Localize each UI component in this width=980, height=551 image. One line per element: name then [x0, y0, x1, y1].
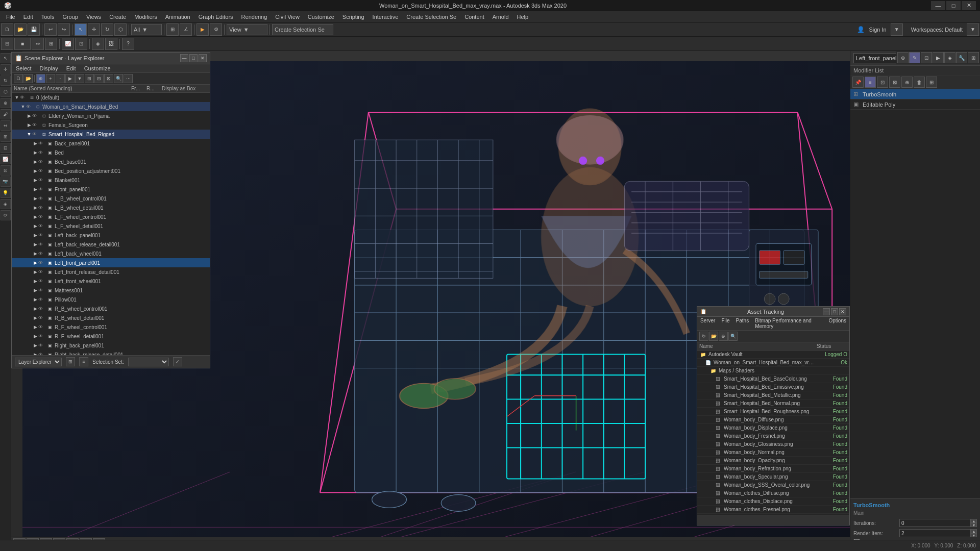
- at-menu-paths[interactable]: Paths: [733, 317, 752, 330]
- menu-item-edit[interactable]: Edit: [19, 11, 37, 22]
- visibility-icon[interactable]: 👁: [38, 205, 45, 210]
- at-list-item[interactable]: 🖼 Woman_body_SSS_Overal_color.png Found: [697, 481, 849, 489]
- at-list-item[interactable]: 🖼 Woman_body_Glossiness.png Found: [697, 440, 849, 448]
- menu-item-customize[interactable]: Customize: [304, 11, 338, 22]
- tree-expand-btn[interactable]: ▶: [32, 343, 38, 348]
- visibility-icon[interactable]: 👁: [38, 297, 45, 302]
- tree-item[interactable]: ▶👁⊡Female_Surgeon: [12, 120, 210, 130]
- tree-expand-btn[interactable]: ▶: [26, 113, 32, 118]
- se-list-btn[interactable]: ≡: [79, 357, 88, 366]
- tree-expand-btn[interactable]: ▶: [32, 223, 38, 229]
- tree-item[interactable]: ▶👁▣Right_back_release_detail001: [12, 350, 210, 355]
- tree-item[interactable]: ▶👁⊡Elderly_Woman_in_Pijama: [12, 111, 210, 120]
- se-add-layer[interactable]: +: [46, 74, 55, 83]
- tree-item[interactable]: ▶👁▣R_F_wheel_control001: [12, 322, 210, 332]
- tree-item[interactable]: ▶👁▣Mattress001: [12, 286, 210, 295]
- view-dropdown[interactable]: View ▼: [227, 24, 267, 35]
- tree-expand-btn[interactable]: ▶: [32, 141, 38, 146]
- minimize-button[interactable]: —: [931, 1, 945, 10]
- se-menu-display[interactable]: Display: [36, 64, 62, 72]
- visibility-icon[interactable]: 👁: [38, 251, 45, 256]
- tree-item[interactable]: ▶👁▣L_B_wheel_detail001: [12, 203, 210, 212]
- tree-item[interactable]: ▶👁▣Left_back_panel001: [12, 231, 210, 240]
- tree-expand-btn[interactable]: ▶: [32, 269, 38, 274]
- tree-item[interactable]: ▶👁▣Back_panel001: [12, 139, 210, 148]
- tree-expand-btn[interactable]: ▶: [32, 159, 38, 164]
- at-menu-bitmap-performance-and-memory[interactable]: Bitmap Performance and Memory: [752, 317, 825, 330]
- menu-item-graph-editors[interactable]: Graph Editors: [194, 11, 237, 22]
- at-list-item[interactable]: 🖼 Smart_Hospital_Bed_Emissive.png Found: [697, 383, 849, 391]
- visibility-icon[interactable]: 👁: [38, 260, 45, 265]
- render-button[interactable]: ▶: [197, 23, 209, 36]
- at-list-item[interactable]: 🖼 Woman_body_Diffuse.png Found: [697, 416, 849, 424]
- tree-item[interactable]: ▶👁▣Bed: [12, 148, 210, 157]
- rp-show-result-btn[interactable]: ⊡: [877, 77, 888, 88]
- snap-button[interactable]: ⊞: [166, 23, 179, 36]
- tree-expand-btn[interactable]: ▶: [32, 214, 38, 219]
- tree-expand-btn[interactable]: ▶: [32, 242, 38, 247]
- lt-move[interactable]: ✛: [1, 64, 11, 74]
- menu-item-rendering[interactable]: Rendering: [237, 11, 272, 22]
- menu-item-civil-view[interactable]: Civil View: [271, 11, 303, 22]
- visibility-icon[interactable]: 👁: [38, 306, 45, 311]
- se-del-layer[interactable]: -: [56, 74, 65, 83]
- tree-expand-btn[interactable]: ▶: [32, 260, 38, 265]
- lt-select[interactable]: ↖: [1, 53, 11, 63]
- at-btn1[interactable]: ↻: [699, 332, 708, 341]
- select-filter[interactable]: All ▼: [131, 24, 162, 35]
- rp-stack-btn[interactable]: ≡: [865, 77, 876, 88]
- lt-camera[interactable]: 📷: [1, 177, 11, 187]
- menu-item-group[interactable]: Group: [58, 11, 82, 22]
- visibility-icon[interactable]: 👁: [26, 104, 33, 109]
- selection-set-dropdown[interactable]: [128, 358, 169, 366]
- tree-expand-btn[interactable]: ▶: [32, 306, 38, 311]
- at-list-item[interactable]: 🖼 Woman_clothes_Fresnel.png Found: [697, 506, 849, 514]
- at-menu-file[interactable]: File: [718, 317, 732, 330]
- at-list-item[interactable]: 🖼 Smart_Hospital_Bed_Metallic.png Found: [697, 391, 849, 399]
- layer-btn[interactable]: ⊟: [1, 38, 13, 50]
- tree-expand-btn[interactable]: ▶: [32, 168, 38, 173]
- menu-item-animation[interactable]: Animation: [161, 11, 194, 22]
- menu-item-scripting[interactable]: Scripting: [338, 11, 369, 22]
- tree-item[interactable]: ▶👁▣Bed_position_adjustment001: [12, 166, 210, 176]
- menu-item-arnold[interactable]: Arnold: [488, 11, 513, 22]
- menu-item-content[interactable]: Content: [460, 11, 488, 22]
- close-button[interactable]: ✕: [962, 1, 976, 10]
- menu-item-interactive[interactable]: Interactive: [369, 11, 403, 22]
- iter-up[interactable]: ▲: [971, 519, 977, 523]
- lt-mirror[interactable]: ⇔: [1, 120, 11, 131]
- lt-align[interactable]: ⊟: [1, 143, 11, 153]
- lt-snap[interactable]: ⊡: [1, 165, 11, 176]
- scale-button[interactable]: ⬡: [114, 23, 127, 36]
- menu-item-views[interactable]: Views: [82, 11, 105, 22]
- tree-expand-btn[interactable]: ▶: [32, 196, 38, 201]
- tree-expand-btn[interactable]: ▶: [32, 251, 38, 256]
- move-button[interactable]: ✛: [88, 23, 100, 36]
- modify-panel-icon[interactable]: ✎: [909, 52, 920, 63]
- visibility-icon[interactable]: 👁: [38, 279, 45, 284]
- se-icons-btn[interactable]: ⊞: [66, 357, 75, 366]
- menu-item-file[interactable]: File: [2, 11, 19, 22]
- rp-show-final-btn[interactable]: ⊠: [889, 77, 900, 88]
- tree-expand-btn[interactable]: ▼: [26, 132, 32, 137]
- tree-item[interactable]: ▶👁▣Bed_base001: [12, 157, 210, 166]
- se-close[interactable]: ✕: [199, 54, 207, 62]
- rp-extra-btn[interactable]: ⊞: [926, 77, 937, 88]
- tree-item[interactable]: ▶👁▣Right_back_panel001: [12, 341, 210, 350]
- workspaces-dropdown[interactable]: ▼: [967, 23, 979, 36]
- se-expand[interactable]: ▶: [65, 74, 75, 83]
- tree-expand-btn[interactable]: ▶: [32, 279, 38, 284]
- visibility-icon[interactable]: 👁: [38, 288, 45, 293]
- tree-item[interactable]: ▶👁▣Left_front_wheel001: [12, 277, 210, 286]
- iterations-input[interactable]: [899, 519, 971, 527]
- visibility-icon[interactable]: 👁: [32, 122, 39, 128]
- redo-button[interactable]: ↪: [58, 23, 70, 36]
- se-restore[interactable]: □: [189, 54, 198, 62]
- tree-item[interactable]: ▶👁▣L_F_wheel_detail001: [12, 221, 210, 231]
- at-restore[interactable]: □: [831, 308, 838, 315]
- se-menu-customize[interactable]: Customize: [80, 64, 115, 72]
- utilities-panel-icon[interactable]: 🔧: [956, 52, 967, 63]
- lt-paint[interactable]: 🖌: [1, 109, 11, 119]
- at-list-item[interactable]: 🖼 Smart_Hospital_Bed_BaseColor.png Found: [697, 375, 849, 383]
- at-menu-options[interactable]: Options: [826, 317, 849, 330]
